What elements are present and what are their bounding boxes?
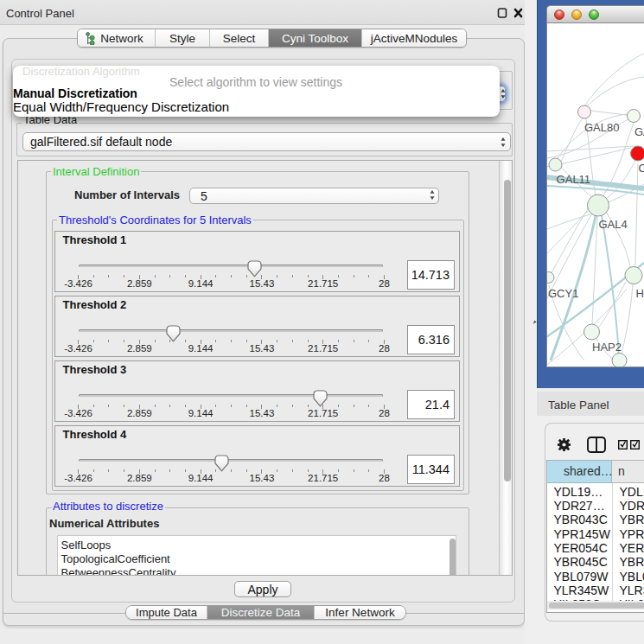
svg-text:H: H bbox=[636, 287, 644, 300]
svg-text:GAL4: GAL4 bbox=[598, 218, 627, 231]
svg-text:GCY1: GCY1 bbox=[548, 287, 578, 300]
svg-text:GAL80: GAL80 bbox=[584, 121, 619, 134]
svg-text:GAL11: GAL11 bbox=[557, 173, 591, 186]
svg-text:C: C bbox=[639, 162, 644, 175]
svg-text:GA: GA bbox=[634, 125, 644, 138]
svg-text:HAP2: HAP2 bbox=[592, 341, 622, 354]
